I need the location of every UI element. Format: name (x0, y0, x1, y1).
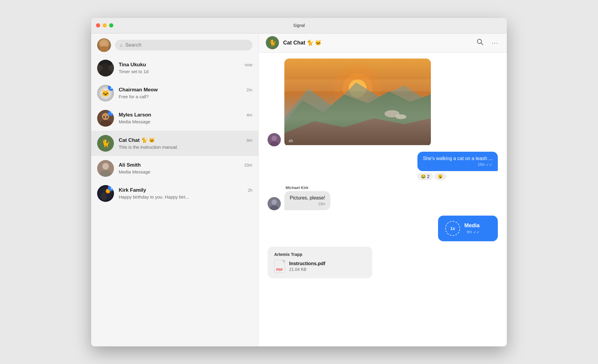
attachment-sender: Artemis Trapp (274, 252, 366, 257)
conv-content-ali: Ali Smith 33m Media Message (119, 162, 252, 174)
svg-point-23 (271, 136, 277, 141)
search-bar[interactable]: ⌕ (115, 40, 252, 50)
svg-point-36 (271, 199, 277, 205)
chat-header-title: Cat Chat 🐈 🐱 (283, 39, 471, 46)
avatar-kirk: 1 (97, 185, 114, 202)
image-bubble-wrap: 4h (284, 59, 431, 146)
conv-time-meow: 2m (247, 87, 252, 92)
svg-line-21 (481, 43, 483, 45)
search-icon: ⌕ (120, 42, 123, 48)
outgoing-text-bubble: She's walking a cat on a leash ... 15m ✓… (417, 152, 498, 171)
svg-point-1 (99, 46, 109, 52)
conv-header-cat-chat: Cat Chat 🐈 🐱 9m (119, 137, 252, 143)
avatar-meow: 🐱 1 (97, 85, 114, 102)
image-timestamp: 4h (289, 139, 293, 143)
michael-text-content: Pictures, please! (290, 195, 325, 200)
media-message-bubble: 1x Media 9m ✓✓ (438, 216, 498, 241)
reaction-laugh[interactable]: 😂 2 (417, 173, 433, 180)
conversation-item-myles[interactable]: 7 Myles Larson 4m Media Message (91, 106, 258, 131)
search-chat-button[interactable] (475, 37, 484, 48)
user-avatar[interactable] (97, 38, 111, 52)
file-name: Instructions.pdf (289, 261, 325, 266)
conv-header-ali: Ali Smith 33m (119, 162, 252, 168)
sidebar-header: ⌕ (91, 33, 258, 56)
avatar-tina (97, 60, 114, 76)
conv-preview-meow: Free for a call? (119, 94, 252, 99)
conversation-item-meow[interactable]: 🐱 1 Chairman Meow 2m Free for a call? (91, 81, 258, 106)
michael-bubble-wrap: Michael Kirk Pictures, please! 13m (284, 185, 330, 210)
message-row-outgoing-text: She's walking a cat on a leash ... 15m ✓… (268, 152, 498, 180)
conv-name-myles: Myles Larson (119, 112, 151, 118)
conversation-item-ali[interactable]: Ali Smith 33m Media Message (91, 156, 258, 181)
msg-avatar-michael (268, 197, 281, 210)
attachment-file[interactable]: PDF Instructions.pdf 21.04 KB (274, 260, 366, 273)
svg-point-19 (101, 192, 107, 201)
close-button[interactable] (96, 23, 100, 27)
chat-area: 🐈 Cat Chat 🐈 🐱 ··· (259, 33, 507, 346)
media-checkmark: ✓✓ (473, 230, 480, 234)
michael-text-bubble: Pictures, please! 13m (284, 191, 330, 210)
michael-text-time: 13m (290, 202, 325, 206)
more-options-button[interactable]: ··· (490, 38, 500, 48)
badge-kirk: 1 (108, 185, 114, 191)
pdf-label: PDF (276, 268, 283, 271)
svg-point-13 (102, 163, 109, 170)
reaction-wow[interactable]: 😮 (434, 173, 446, 180)
conv-content-meow: Chairman Meow 2m Free for a call? (119, 87, 252, 99)
conv-time-myles: 4m (247, 113, 252, 117)
messages-area: 4h She's walking a cat on a leash ... 15… (259, 53, 507, 346)
conv-preview-cat-chat: This is the instruction manual. (119, 145, 252, 150)
window-controls (96, 23, 113, 27)
reaction-count-laugh: 2 (427, 174, 429, 179)
attachment-message: Artemis Trapp PDF Instructions.pdf 21.04 (268, 247, 372, 278)
maximize-button[interactable] (109, 23, 113, 27)
image-message: 4h (284, 59, 431, 146)
svg-point-0 (101, 41, 107, 47)
avatar-ali (97, 160, 114, 177)
app-window: Signal ⌕ (91, 18, 507, 346)
conv-header-tina: Tina Ukuku now (119, 62, 252, 68)
svg-point-33 (396, 114, 406, 119)
conv-time-tina: now (245, 62, 252, 67)
conv-name-cat-chat: Cat Chat 🐈 🐱 (119, 137, 155, 143)
minimize-button[interactable] (103, 23, 107, 27)
msg-avatar-person1 (268, 133, 281, 146)
media-speed: 1x (450, 226, 455, 231)
conv-time-cat-chat: 9m (247, 138, 252, 143)
conv-content-tina: Tina Ukuku now Timer set to 1d (119, 62, 252, 74)
outgoing-text-time: 15m ✓✓ (423, 162, 492, 167)
reaction-emoji-laugh: 😂 (421, 174, 426, 179)
message-reactions: 😂 2 😮 (417, 173, 498, 180)
conv-preview-kirk: Happy birthday to you. Happy birt... (119, 194, 252, 199)
attachment-bubble-wrap: Artemis Trapp PDF Instructions.pdf 21.04 (268, 247, 372, 278)
svg-point-5 (102, 63, 109, 68)
message-row-michael: Michael Kirk Pictures, please! 13m (268, 185, 498, 210)
media-icon: 1x (445, 221, 460, 236)
conv-name-tina: Tina Ukuku (119, 62, 146, 68)
conv-header-meow: Chairman Meow 2m (119, 87, 252, 93)
conv-header-kirk: Kirk Family 2h (119, 187, 252, 193)
window-title: Signal (293, 23, 305, 28)
conv-content-kirk: Kirk Family 2h Happy birthday to you. Ha… (119, 187, 252, 199)
message-row-media: 1x Media 9m ✓✓ (268, 216, 498, 241)
media-bubble-wrap: 1x Media 9m ✓✓ (438, 216, 498, 241)
badge-myles: 7 (108, 110, 114, 116)
message-row-attachment: Artemis Trapp PDF Instructions.pdf 21.04 (268, 247, 498, 278)
avatar-myles: 7 (97, 110, 114, 127)
conv-time-kirk: 2h (248, 188, 252, 193)
outgoing-text-content: She's walking a cat on a leash ... (423, 156, 492, 161)
file-details: Instructions.pdf 21.04 KB (289, 261, 325, 272)
conversation-item-kirk[interactable]: 1 Kirk Family 2h Happy birthday to you. … (91, 181, 258, 206)
conversation-item-cat-chat[interactable]: 🐈 Cat Chat 🐈 🐱 9m This is the instructio… (91, 131, 258, 156)
file-size: 21.04 KB (289, 267, 325, 272)
sidebar: ⌕ (91, 33, 259, 346)
title-bar: Signal (91, 18, 507, 33)
conversation-item-tina[interactable]: Tina Ukuku now Timer set to 1d (91, 56, 258, 81)
conv-preview-myles: Media Message (119, 119, 252, 124)
app-body: ⌕ (91, 33, 507, 346)
search-input[interactable] (125, 42, 248, 48)
conv-content-myles: Myles Larson 4m Media Message (119, 112, 252, 124)
reaction-emoji-wow: 😮 (438, 174, 443, 179)
conv-content-cat-chat: Cat Chat 🐈 🐱 9m This is the instruction … (119, 137, 252, 150)
svg-point-11 (106, 116, 108, 118)
